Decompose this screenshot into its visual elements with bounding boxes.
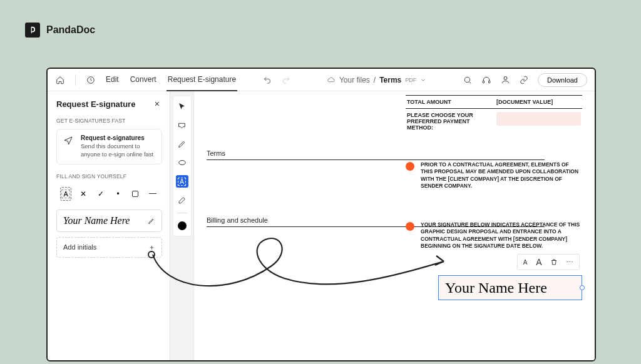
add-initials-label: Add initials — [63, 243, 96, 251]
signature-preview-box[interactable]: Your Name Here — [56, 210, 162, 232]
breadcrumb-current: Terms — [379, 76, 401, 84]
bullet-dot-icon — [406, 162, 414, 171]
close-icon[interactable]: × — [152, 98, 162, 110]
doc-summary-table: TOTAL AMOUNT [DOCUMENT VALUE] PLEASE CHO… — [406, 95, 582, 134]
sidebar-title: Request E-signature — [56, 99, 135, 109]
add-initials-button[interactable]: Add initials ＋ — [56, 237, 162, 258]
redo-icon[interactable] — [281, 75, 291, 85]
bullet-dot-icon — [406, 222, 414, 231]
menu-divider — [75, 74, 76, 86]
chevron-down-icon[interactable] — [420, 77, 426, 83]
total-amount-label: TOTAL AMOUNT — [407, 99, 491, 105]
download-button[interactable]: Download — [538, 73, 587, 87]
sidebar-section-1-label: GET E-SIGNATURES FAST — [56, 118, 162, 124]
breadcrumb-prefix: Your files — [339, 76, 370, 84]
rect-icon[interactable] — [130, 187, 141, 201]
document-canvas: TOTAL AMOUNT [DOCUMENT VALUE] PLEASE CHO… — [194, 91, 595, 360]
terms-bullet-2-text: YOUR SIGNATURE BELOW INDICATES ACCEPTANC… — [421, 221, 582, 250]
send-icon — [63, 134, 74, 159]
svg-rect-2 — [483, 81, 484, 83]
total-amount-value: [DOCUMENT VALUE] — [496, 99, 581, 105]
undo-icon[interactable] — [262, 75, 272, 85]
pen-tool-icon[interactable] — [176, 138, 188, 150]
svg-point-5 — [178, 161, 185, 165]
cursor-tool-icon[interactable] — [176, 100, 188, 113]
eraser-tool-icon[interactable] — [176, 194, 188, 206]
terms-bullet-1: PRIOR TO A CONTRACTUAL AGREEMENT, ELEMEN… — [406, 161, 582, 190]
line-icon[interactable] — [147, 187, 158, 201]
vertical-toolbelt: A — [170, 91, 194, 360]
terms-bullet-2: YOUR SIGNATURE BELOW INDICATES ACCEPTANC… — [406, 221, 582, 250]
app-window: Edit Convert Request E-signature Your fi… — [46, 68, 596, 361]
sidebar-panel: Request E-signature × GET E-SIGNATURES F… — [48, 91, 170, 360]
signature-field[interactable]: Your Name Here — [438, 275, 582, 300]
terms-heading: Terms — [207, 149, 545, 160]
tab-edit[interactable]: Edit — [105, 69, 120, 91]
signature-field-text: Your Name Here — [445, 280, 547, 296]
sidebar-section-2-label: FILL AND SIGN YOURSELF — [56, 173, 162, 179]
signature-preview-text: Your Name Here — [63, 215, 130, 226]
plus-icon: ＋ — [148, 243, 155, 252]
headphones-icon[interactable] — [481, 75, 491, 85]
svg-rect-3 — [489, 81, 490, 83]
tab-convert[interactable]: Convert — [129, 69, 158, 91]
check-icon[interactable]: ✓ — [95, 187, 106, 201]
x-mark-icon[interactable]: ✕ — [78, 187, 89, 201]
pandadoc-logo-icon — [25, 23, 40, 38]
textbox-tool-icon[interactable]: A — [176, 175, 188, 188]
comment-tool-icon[interactable] — [176, 119, 188, 131]
payment-method-label: PLEASE CHOOSE YOUR PREFERRED PAYMENT MET… — [407, 112, 491, 131]
tab-esignature[interactable]: Request E-signature — [167, 69, 237, 91]
top-menu: Edit Convert Request E-signature Your fi… — [48, 69, 595, 91]
terms-bullet-1-text: PRIOR TO A CONTRACTUAL AGREEMENT, ELEMEN… — [421, 161, 582, 190]
signature-format-toolbar: A A ⋯ — [517, 254, 580, 270]
brand-name: PandaDoc — [46, 24, 95, 36]
font-large-icon[interactable]: A — [532, 257, 545, 267]
promo-body: Send this document to anyone to e-sign o… — [81, 143, 155, 159]
more-icon[interactable]: ⋯ — [563, 258, 577, 266]
search-icon[interactable] — [463, 75, 473, 85]
font-small-icon[interactable]: A — [520, 259, 531, 266]
promo-title: Request e-signatures — [81, 134, 155, 141]
dot-icon[interactable]: • — [113, 187, 124, 201]
request-esign-card[interactable]: Request e-signatures Send this document … — [56, 129, 162, 164]
lasso-tool-icon[interactable] — [176, 156, 188, 169]
history-icon[interactable] — [86, 75, 96, 85]
breadcrumb-suffix: PDF — [405, 77, 416, 83]
trash-icon[interactable] — [546, 258, 562, 266]
pencil-icon[interactable] — [148, 217, 155, 225]
cloud-icon — [327, 76, 336, 84]
user-icon[interactable] — [500, 75, 510, 85]
resize-handle-icon[interactable] — [580, 285, 585, 290]
color-dot-icon[interactable] — [176, 220, 188, 232]
svg-point-1 — [464, 77, 469, 82]
home-icon[interactable] — [55, 75, 65, 85]
svg-point-4 — [504, 77, 507, 80]
brand-logo-row: PandaDoc — [25, 23, 95, 38]
sign-tools-row: A ✕ ✓ • — [56, 185, 162, 203]
text-tool-icon[interactable]: A — [60, 187, 71, 201]
breadcrumb[interactable]: Your files / Terms PDF — [327, 76, 426, 84]
link-icon[interactable] — [519, 75, 529, 85]
payment-method-field[interactable] — [496, 112, 581, 126]
